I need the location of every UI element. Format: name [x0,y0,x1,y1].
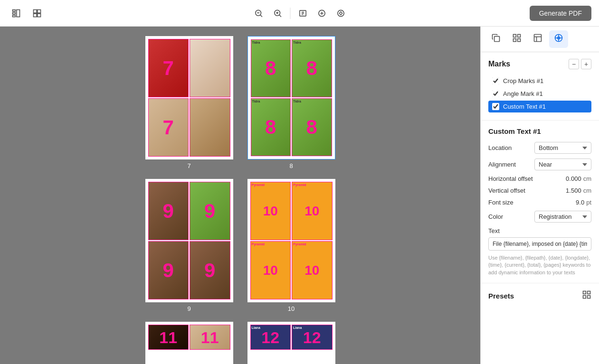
page-wrapper-9: 9 9 9 9 9 [145,179,233,312]
toolbar-left [8,6,46,21]
page-wrapper-8: 8 Tidra 8 Tidra 8 Tidra [247,36,335,169]
page-cell-9-tr: 9 [190,182,230,240]
tab-grid-btn[interactable] [507,30,526,48]
svg-rect-38 [588,296,590,299]
custom-text-title: Custom Text #1 [488,127,591,135]
page-sheet-12: 12 Liana 12 Liana [247,322,335,364]
page-num: 9 [204,261,215,280]
face-bg [190,99,230,156]
tab-copy-btn[interactable] [486,30,505,48]
page-cell-8-tl: 8 Tidra [251,39,291,97]
page-num: 10 [304,205,319,218]
page-sheet-11: 11 11 [145,322,233,364]
alignment-label: Alignment [488,161,516,168]
page-sheet-8: 8 Tidra 8 Tidra 8 Tidra [247,36,335,159]
layout-btn[interactable] [8,6,25,21]
zoom-in-button[interactable] [269,6,286,21]
svg-point-22 [337,10,343,16]
v-offset-row: Vertical offset 1.500 cm [488,187,591,194]
marks-minus-btn[interactable]: − [569,59,579,69]
checkbox-custom-text-label: Custom Text #1 [503,103,546,110]
toolbar: Generate PDF [0,0,599,27]
page-num: 12 [303,329,321,345]
page-num: 10 [263,205,278,218]
face-bg [190,39,230,97]
page-cell-7-tr [190,39,230,97]
svg-rect-1 [13,12,16,14]
page-cell-9-bl: 9 [148,241,189,299]
page-num: 7 [163,118,174,138]
marks-plus-btn[interactable]: + [581,59,591,69]
tab-marks-btn[interactable] [549,30,568,48]
svg-line-14 [279,15,281,17]
page-wrapper-11: 11 11 [145,322,233,364]
checkbox-angle-mark-label: Angle Mark #1 [503,90,543,97]
svg-rect-23 [494,37,500,42]
svg-rect-3 [17,9,20,17]
font-size-label: Font size [488,199,576,206]
page-cell-8-tr: 8 Tidra [292,39,332,97]
h-offset-unit: cm [583,175,591,182]
checkbox-custom-text[interactable]: Custom Text #1 [488,101,591,112]
page-wrapper-12: 12 Liana 12 Liana [247,322,335,364]
view-btn[interactable] [29,6,46,21]
page-label-8: 8 [289,162,293,169]
zoom-out-button[interactable] [250,6,267,21]
zoom-all-button[interactable] [332,6,349,21]
page-num: 10 [304,264,319,277]
page-cell-8-bl: 8 Tidra [251,98,291,156]
zoom-fit-button[interactable] [313,6,330,21]
canvas-area[interactable]: 7 7 7 [0,27,480,364]
fit-page-button[interactable] [294,6,311,21]
text-field-wrapper: Text Use {filename}, {filepath}, {date},… [488,227,591,276]
toolbar-center [250,6,349,21]
checkbox-crop-marks-label: Crop Marks #1 [503,77,543,84]
location-label: Location [488,144,512,151]
page-num: 7 [163,58,174,78]
location-row: Location Bottom Top Left Right [488,142,591,154]
svg-rect-25 [518,35,521,37]
page-cell-12-tr: 12 Liana [292,325,333,350]
text-label: Text [488,227,591,234]
svg-rect-6 [34,13,37,17]
generate-pdf-button[interactable]: Generate PDF [530,6,591,21]
pages-row-1: 7 7 7 [145,36,335,169]
presets-title: Presets [488,292,514,300]
page-num: 8 [306,117,317,137]
page-num: 8 [265,58,276,78]
alignment-select[interactable]: Near Center Far [534,159,591,170]
text-input[interactable] [488,237,591,251]
pages-row-3: 11 11 12 Liana [145,322,335,364]
presets-section: Presets [481,283,599,308]
page-cell-9-tl: 9 [148,182,189,240]
right-panel: Marks − + Crop Marks #1 Angle Mark #1 Cu… [480,27,599,364]
tab-layout-btn[interactable] [528,30,547,48]
checkbox-custom-text-input[interactable] [492,103,499,110]
location-select[interactable]: Bottom Top Left Right [534,142,591,154]
page-sheet-9: 9 9 9 9 [145,179,233,302]
color-label: Color [488,213,503,220]
color-row: Color Registration Black Cyan Magenta Ye… [488,211,591,223]
v-offset-unit: cm [583,187,591,194]
font-size-unit: pt [586,199,591,206]
presets-grid-button[interactable] [582,290,591,302]
page-num: 11 [201,329,219,345]
page-num: 9 [204,201,215,221]
color-select[interactable]: Registration Black Cyan Magenta Yellow [534,211,591,223]
alignment-row: Alignment Near Center Far [488,159,591,170]
page-cell-7-br [190,98,230,157]
v-offset-value: 1.500 [566,187,581,194]
page-cell-9-br: 9 [190,241,230,299]
svg-rect-28 [534,35,542,42]
page-cell-12-tl: 12 Liana [250,325,291,350]
checkbox-crop-marks[interactable]: Crop Marks #1 [488,75,591,87]
checkbox-angle-mark-input[interactable] [492,90,499,97]
svg-rect-26 [513,39,516,42]
page-label-7: 7 [187,162,190,169]
text-hint: Use {filename}, {filepath}, {date}, {lon… [488,254,591,276]
checkbox-crop-marks-input[interactable] [492,77,499,84]
page-cell-7-bl: 7 [148,98,189,157]
page-num: 12 [261,329,279,345]
page-cell-8-br: 8 Tidra [292,98,332,156]
checkbox-angle-mark[interactable]: Angle Mark #1 [488,88,591,100]
